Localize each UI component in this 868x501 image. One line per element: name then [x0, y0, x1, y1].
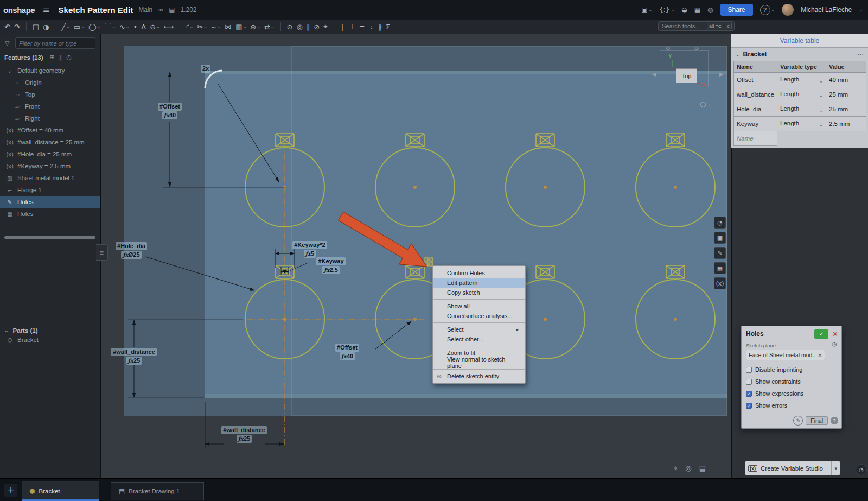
feature-item-front[interactable]: ▱Front [0, 100, 100, 112]
variable-name-cell[interactable]: Keyway [734, 117, 777, 131]
symmetric-constraint[interactable]: ∦ [378, 23, 382, 31]
spline-tool[interactable]: ∿⌄ [119, 23, 130, 31]
roll-ccw-icon[interactable]: ⟲ [665, 45, 670, 52]
dim-corner-count[interactable]: 2x [197, 65, 214, 73]
menu-item-copy-sketch[interactable]: Copy sketch [433, 288, 525, 297]
group-menu-icon[interactable]: ⋯ [857, 50, 864, 58]
checkbox-show-constraints[interactable] [746, 379, 752, 385]
circle-tool[interactable]: ◯⌄ [88, 23, 100, 31]
checkbox-disable-imprinting[interactable] [746, 367, 752, 373]
variable-type-cell[interactable]: Length⌄ [777, 87, 826, 102]
menu-item-view-normal-to-sketch-plane[interactable]: View normal to sketch plane [433, 358, 525, 367]
feature-item-flange-1[interactable]: ⌐Flange 1 [0, 184, 100, 196]
dim-keyway-double[interactable]: #Keyway*2 ƒx 5 [284, 241, 335, 258]
feature-item-origin[interactable]: ◦Origin [0, 77, 100, 88]
variable-name-cell[interactable]: wall_distance [734, 87, 777, 102]
panel-scrollbar[interactable] [4, 236, 95, 239]
circular-pattern-tool[interactable]: ⊛⌄ [250, 23, 260, 31]
share-button[interactable]: Share [720, 4, 753, 16]
feature-item-holes[interactable]: ✎Holes [0, 196, 100, 208]
feature-item-holes[interactable]: ▦Holes [0, 208, 100, 220]
fillet-tool[interactable]: ◜⌄ [186, 23, 193, 31]
variable-value-cell[interactable]: 25 mm [826, 87, 866, 102]
dim-offset-mid[interactable]: #Offset ƒx 40 [319, 344, 375, 361]
insert-new-icon[interactable]: ⊞ [50, 54, 55, 61]
mirror-tool[interactable]: ⋈ [225, 23, 232, 31]
variable-value-cell[interactable]: 40 mm [826, 73, 866, 87]
trim-tool[interactable]: ✂⌄ [197, 23, 207, 31]
rotate-left-arrow-icon[interactable]: ◀ [652, 71, 656, 77]
perpendicular-constraint[interactable]: ⊥ [349, 23, 355, 31]
linear-pattern-tool[interactable]: ▦⌄ [235, 23, 246, 31]
workspace-name[interactable]: Main [138, 6, 152, 14]
dim-hole-dia[interactable]: #Hole_dia ƒx Ø25 [101, 242, 162, 259]
feature-item-keyway-2-5-mm[interactable]: (x)#Keyway = 2.5 mm [0, 160, 100, 172]
measure-tool[interactable]: Σ [386, 23, 390, 31]
apps-grid-icon[interactable]: ▦ [694, 6, 700, 14]
user-avatar[interactable] [782, 4, 794, 16]
variable-group-row[interactable]: ⌄ Bracket ⋯ [731, 48, 868, 61]
dim-wall-bottom[interactable]: #wall_distance ƒx 25 [217, 426, 271, 443]
rotate-right-arrow-icon[interactable]: ▶ [719, 71, 724, 77]
link-icon[interactable]: ∞ [158, 6, 163, 14]
arc-tool[interactable]: ⌒⌄ [104, 22, 116, 31]
hamburger-menu-icon[interactable]: ≡ [42, 5, 49, 15]
document-tab-bracket[interactable]: ⬢Bracket [22, 481, 99, 501]
panel-resize-handle[interactable]: ≣ [96, 244, 108, 261]
variable-type-cell[interactable]: Length⌄ [777, 117, 826, 131]
filter-funnel-icon[interactable]: ▽ [5, 40, 9, 47]
feature-item-offset-40-mm[interactable]: (x)#Offset = 40 mm [0, 124, 100, 136]
search-tools-input[interactable] [661, 22, 705, 30]
variable-type-cell[interactable]: Length⌄ [777, 73, 826, 87]
sketch-plane-field[interactable]: Face of Sheet metal mod... × [746, 350, 825, 360]
offset-tool[interactable]: ∽⌄ [211, 23, 221, 31]
roll-cw-icon[interactable]: ⟳ [694, 45, 699, 52]
dim-keyway[interactable]: #Keyway ƒx 2.5 [308, 257, 354, 275]
filter-input[interactable] [15, 37, 95, 49]
display-states-tool[interactable]: ◑ [43, 23, 49, 31]
transform-tool[interactable]: ⇄⌄ [264, 23, 275, 31]
checkbox-show-expressions[interactable]: ✓ [746, 391, 752, 397]
edit-sketch-tool[interactable]: ✎ [714, 247, 726, 259]
document-tab-bracket-drawing-1[interactable]: ▤Bracket Drawing 1 [111, 482, 204, 500]
onshape-logo[interactable]: onshape [3, 5, 35, 15]
variable-table-title[interactable]: Variable table [731, 34, 868, 48]
cancel-x-button[interactable]: ✕ [832, 330, 838, 338]
view-cube-top-face[interactable]: Top [676, 68, 697, 83]
language-globe-icon[interactable]: ◍ [707, 6, 713, 14]
view-orientation-button[interactable]: ⬡ ⌄ [700, 100, 711, 109]
menu-item-delete-sketch-entity[interactable]: ⊗Delete sketch entity [433, 371, 525, 381]
redo-tool[interactable]: ↷ [14, 23, 20, 31]
search-tools-box[interactable]: alt ⌥ c [658, 21, 735, 31]
parts-header[interactable]: ⌄ Parts (1) [4, 327, 98, 334]
undo-tool[interactable]: ↶ [4, 23, 10, 31]
menu-item-edit-pattern[interactable]: Edit pattern [433, 278, 525, 288]
sketch-palette-tool[interactable]: ▤ [33, 23, 39, 31]
sketch-canvas[interactable] [101, 34, 731, 478]
variable-value-cell[interactable]: 25 mm [826, 102, 866, 117]
document-title[interactable]: Sketch Pattern Edit [59, 5, 133, 15]
dimension-tool[interactable]: ⟷ [164, 23, 174, 31]
appearance-tool[interactable]: ▤ [699, 464, 706, 473]
toolbox-icon[interactable]: ▣⌄ [641, 6, 652, 14]
add-tab-button[interactable]: + [4, 484, 17, 497]
dim-wall-left[interactable]: #wall_distance ƒx 25 [104, 348, 164, 365]
feature-item-sketch-1[interactable]: ✎Sketch 1 [0, 172, 41, 184]
folder-icon[interactable]: ▤ [169, 6, 175, 14]
dim-offset-top[interactable]: #Offset ƒx 40 [142, 103, 198, 120]
rollback-clock-icon[interactable]: ◷ [832, 340, 837, 347]
create-variable-studio-button[interactable]: (x) Create Variable Studio ▾ [745, 461, 840, 475]
coincident-constraint[interactable]: ⊙ [287, 23, 293, 31]
midpoint-constraint[interactable]: ÷ [369, 23, 375, 31]
feature-item-wall-distance-25-mm[interactable]: (x)#wall_distance = 25 mm [0, 136, 100, 148]
rollback-history-icon[interactable]: ◷ [66, 54, 72, 61]
final-button[interactable]: Final [806, 416, 828, 425]
menu-item-curve-surface-analysis[interactable]: Curve/surface analysis... [433, 311, 525, 321]
variable-name-cell[interactable]: Offset [734, 73, 777, 87]
slot-tool[interactable]: ⊖⌄ [150, 23, 160, 31]
point-tool[interactable]: • [133, 23, 138, 31]
menu-item-show-all[interactable]: Show all [433, 301, 525, 311]
text-tool[interactable]: A [141, 23, 146, 31]
analysis-tool[interactable]: ◔ [714, 217, 726, 229]
pattern-view-tool[interactable]: ▦ [714, 262, 726, 274]
